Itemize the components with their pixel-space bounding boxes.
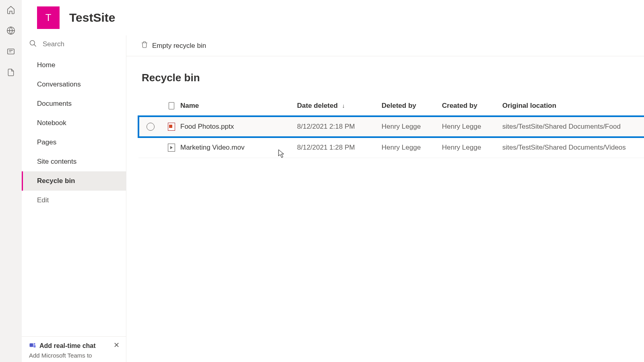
row-select[interactable] [138,123,163,131]
page-heading: Recycle bin [126,56,644,95]
news-icon[interactable] [6,47,16,56]
svg-rect-5 [33,345,35,348]
original-location: sites/TestSite/Shared Documents/Food [502,123,644,131]
nav-item-conversations[interactable]: Conversations [22,75,126,94]
svg-point-2 [30,41,35,45]
close-icon[interactable]: ✕ [112,339,121,351]
table-row[interactable]: Food Photos.pptx 8/12/2021 2:18 PM Henry… [138,116,644,137]
trash-icon [141,41,148,50]
main-panel: Empty recycle bin Recycle bin Name Date … [126,35,644,362]
site-title[interactable]: TestSite [69,11,115,25]
empty-label: Empty recycle bin [152,42,206,50]
teams-title-text: Add real-time chat [39,342,96,350]
sort-descending-icon: ↓ [342,103,345,109]
column-deleted-by[interactable]: Deleted by [382,102,442,110]
app-rail [0,0,22,362]
search-box[interactable] [22,35,126,53]
teams-icon [29,341,36,350]
date-deleted-label: Date deleted [297,102,338,109]
column-type-icon[interactable] [163,102,180,109]
file-type-icon [163,144,180,152]
date-deleted: 8/12/2021 2:18 PM [297,123,382,131]
home-icon[interactable] [6,5,16,14]
nav-item-documents[interactable]: Documents [22,94,126,113]
original-location: sites/TestSite/Shared Documents/Videos [502,144,644,152]
teams-callout: ✕ Add real-time chat Add Microsoft Teams… [22,336,126,362]
column-created-by[interactable]: Created by [442,102,502,110]
globe-icon[interactable] [6,26,16,35]
teams-callout-title: Add real-time chat [29,341,119,350]
select-circle-icon[interactable] [147,123,155,131]
video-icon [168,144,175,152]
nav-item-recycle-bin[interactable]: Recycle bin [22,171,126,191]
table-row[interactable]: Marketing Video.mov 8/12/2021 1:28 PM He… [138,137,644,158]
created-by: Henry Legge [442,123,502,131]
column-date-deleted[interactable]: Date deleted ↓ [297,102,382,110]
created-by: Henry Legge [442,144,502,152]
deleted-by: Henry Legge [382,123,442,131]
search-icon [29,39,37,49]
document-icon [169,102,174,109]
table-header: Name Date deleted ↓ Deleted by Created b… [138,95,644,116]
teams-callout-desc: Add Microsoft Teams to [29,352,119,359]
files-icon[interactable] [6,68,16,77]
file-name[interactable]: Marketing Video.mov [180,144,297,152]
nav-item-site-contents[interactable]: Site contents [22,152,126,171]
nav-list: Home Conversations Documents Notebook Pa… [22,56,126,210]
nav-item-notebook[interactable]: Notebook [22,113,126,133]
powerpoint-icon [168,123,175,131]
empty-recycle-bin-button[interactable]: Empty recycle bin [141,41,206,50]
left-nav: Home Conversations Documents Notebook Pa… [22,35,126,362]
nav-item-pages[interactable]: Pages [22,133,126,152]
deleted-by: Henry Legge [382,144,442,152]
recycle-bin-table: Name Date deleted ↓ Deleted by Created b… [138,95,644,158]
main-wrapper: T TestSite Home Conversations Documents … [22,0,644,362]
file-type-icon [163,123,180,131]
site-header: T TestSite [22,0,644,35]
site-logo[interactable]: T [37,6,60,29]
date-deleted: 8/12/2021 1:28 PM [297,144,382,152]
content-area: Home Conversations Documents Notebook Pa… [22,35,644,362]
svg-rect-3 [30,343,33,347]
search-input[interactable] [43,40,119,48]
svg-point-4 [33,343,35,345]
nav-edit[interactable]: Edit [22,191,126,210]
column-original-location[interactable]: Original location [502,102,644,110]
file-name[interactable]: Food Photos.pptx [180,123,297,131]
command-bar: Empty recycle bin [126,35,644,56]
column-name[interactable]: Name [180,102,297,110]
svg-rect-1 [8,49,14,54]
nav-item-home[interactable]: Home [22,56,126,75]
